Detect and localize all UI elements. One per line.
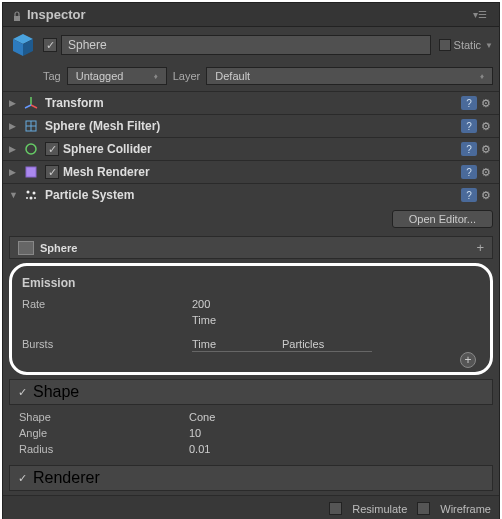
panel-menu-icon[interactable]: ▾☰ <box>469 9 491 20</box>
emission-title: Emission <box>22 274 480 296</box>
wireframe-checkbox[interactable] <box>417 502 430 515</box>
main-module-header[interactable]: Sphere + <box>9 236 493 259</box>
rate-mode-row: Time <box>22 312 480 328</box>
help-icon[interactable]: ? <box>461 142 477 156</box>
transform-icon <box>23 95 39 111</box>
component-title: Mesh Renderer <box>63 165 459 179</box>
inspector-title: Inspector <box>27 7 469 22</box>
check-icon: ✓ <box>18 386 27 399</box>
foldout-icon[interactable]: ▶ <box>9 167 19 177</box>
rate-row: Rate 200 <box>22 296 480 312</box>
mesh-renderer-component[interactable]: ▶ Mesh Renderer ? ⚙ <box>3 160 499 183</box>
shape-module-header[interactable]: ✓ Shape <box>9 379 493 405</box>
lock-icon[interactable] <box>11 9 23 21</box>
tag-layer-row: Tag Untagged ♦ Layer Default ♦ <box>3 63 499 91</box>
gear-icon[interactable]: ⚙ <box>479 188 493 202</box>
foldout-icon[interactable]: ▶ <box>9 144 19 154</box>
static-checkbox[interactable] <box>439 39 451 51</box>
foldout-icon[interactable]: ▶ <box>9 98 19 108</box>
particle-icon <box>23 187 39 203</box>
rate-value[interactable]: 200 <box>192 298 480 310</box>
rate-mode-value[interactable]: Time <box>192 314 480 326</box>
help-icon[interactable]: ? <box>461 188 477 202</box>
gear-icon[interactable]: ⚙ <box>479 165 493 179</box>
svg-point-13 <box>33 192 36 195</box>
check-icon: ✓ <box>18 472 27 485</box>
resimulate-checkbox[interactable] <box>329 502 342 515</box>
svg-point-14 <box>30 197 33 200</box>
foldout-icon[interactable]: ▶ <box>9 121 19 131</box>
renderer-title: Renderer <box>33 469 100 487</box>
chevron-down-icon: ♦ <box>154 72 158 81</box>
angle-row: Angle 10 <box>19 425 483 441</box>
svg-rect-0 <box>14 16 20 21</box>
help-icon[interactable]: ? <box>461 119 477 133</box>
bursts-label: Bursts <box>22 338 192 352</box>
shape-module-body: Shape Cone Angle 10 Radius 0.01 <box>9 405 493 465</box>
help-icon[interactable]: ? <box>461 96 477 110</box>
preview-footer: Resimulate Wireframe <box>3 495 499 519</box>
layer-value: Default <box>215 70 250 82</box>
layer-dropdown[interactable]: Default ♦ <box>206 67 493 85</box>
component-title: Sphere Collider <box>63 142 459 156</box>
module-title: Sphere <box>40 242 476 254</box>
gear-icon[interactable]: ⚙ <box>479 142 493 156</box>
open-editor-button[interactable]: Open Editor... <box>392 210 493 228</box>
radius-value[interactable]: 0.01 <box>189 443 483 455</box>
help-icon[interactable]: ? <box>461 165 477 179</box>
open-editor-row: Open Editor... <box>3 206 499 232</box>
inspector-header: Inspector ▾☰ <box>3 3 499 27</box>
module-icon <box>18 241 34 255</box>
object-name-field[interactable]: Sphere <box>61 35 431 55</box>
svg-point-10 <box>26 144 36 154</box>
gameobject-icon <box>9 31 37 59</box>
layer-label: Layer <box>173 70 201 82</box>
renderer-module-header[interactable]: ✓ Renderer <box>9 465 493 491</box>
mesh-renderer-icon <box>23 164 39 180</box>
svg-point-15 <box>26 197 28 199</box>
angle-value[interactable]: 10 <box>189 427 483 439</box>
add-burst-button[interactable]: + <box>460 352 476 368</box>
object-row: Sphere Static ▼ <box>3 27 499 63</box>
bursts-particles-column: Particles <box>282 338 372 352</box>
emission-module: Emission Rate 200 Time Bursts Time Parti… <box>9 263 493 375</box>
radius-row: Radius 0.01 <box>19 441 483 457</box>
transform-component[interactable]: ▶ Transform ? ⚙ <box>3 91 499 114</box>
component-enable-checkbox[interactable] <box>45 142 59 156</box>
component-enable-checkbox[interactable] <box>45 165 59 179</box>
mesh-filter-icon <box>23 118 39 134</box>
active-checkbox[interactable] <box>43 38 57 52</box>
tag-dropdown[interactable]: Untagged ♦ <box>67 67 167 85</box>
component-title: Sphere (Mesh Filter) <box>45 119 459 133</box>
shape-type-value[interactable]: Cone <box>189 411 483 423</box>
svg-point-12 <box>27 191 30 194</box>
shape-type-label: Shape <box>19 411 189 423</box>
shape-title: Shape <box>33 383 79 401</box>
tag-label: Tag <box>43 70 61 82</box>
bursts-time-column: Time <box>192 338 282 352</box>
particle-system-component[interactable]: ▼ Particle System ? ⚙ <box>3 183 499 206</box>
radius-label: Radius <box>19 443 189 455</box>
wireframe-label: Wireframe <box>440 503 491 515</box>
gear-icon[interactable]: ⚙ <box>479 96 493 110</box>
collider-icon <box>23 141 39 157</box>
particle-modules: Sphere + Emission Rate 200 Time Bursts T… <box>3 232 499 495</box>
component-title: Transform <box>45 96 459 110</box>
add-module-icon[interactable]: + <box>476 240 484 255</box>
shape-row: Shape Cone <box>19 409 483 425</box>
svg-rect-11 <box>26 167 36 177</box>
svg-point-16 <box>34 197 36 199</box>
gear-icon[interactable]: ⚙ <box>479 119 493 133</box>
tag-value: Untagged <box>76 70 124 82</box>
angle-label: Angle <box>19 427 189 439</box>
rate-label: Rate <box>22 298 192 310</box>
static-dropdown-arrow[interactable]: ▼ <box>485 41 493 50</box>
svg-line-5 <box>31 105 37 108</box>
sphere-collider-component[interactable]: ▶ Sphere Collider ? ⚙ <box>3 137 499 160</box>
mesh-filter-component[interactable]: ▶ Sphere (Mesh Filter) ? ⚙ <box>3 114 499 137</box>
foldout-icon[interactable]: ▼ <box>9 190 19 200</box>
resimulate-label: Resimulate <box>352 503 407 515</box>
chevron-down-icon: ♦ <box>480 72 484 81</box>
component-title: Particle System <box>45 188 459 202</box>
static-label: Static <box>454 39 482 51</box>
